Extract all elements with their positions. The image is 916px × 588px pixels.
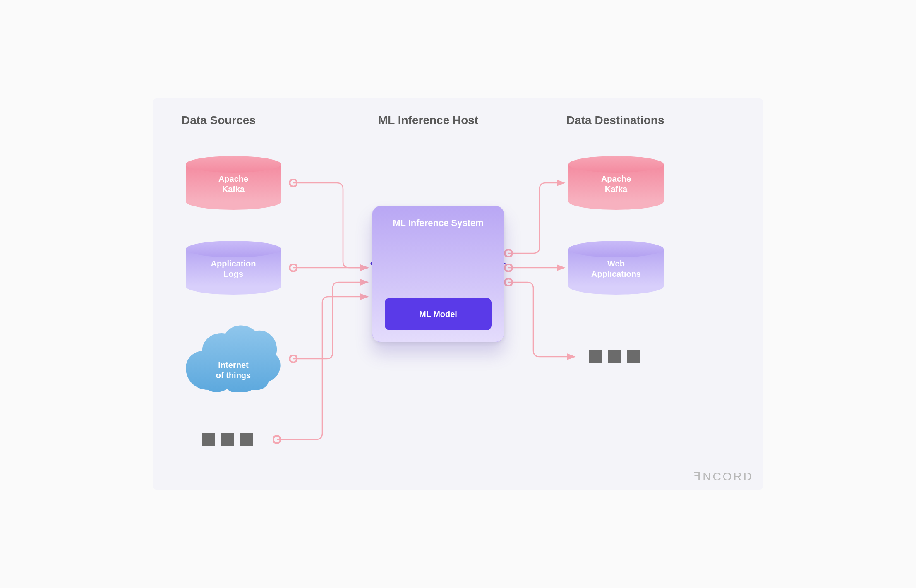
dot-icon bbox=[221, 433, 234, 446]
dot-icon bbox=[589, 350, 602, 363]
connector-more-to-host bbox=[277, 297, 368, 439]
cylinder-top bbox=[568, 241, 664, 257]
cloud-icon bbox=[186, 324, 281, 392]
heading-destinations: Data Destinations bbox=[566, 114, 664, 127]
host-box-title: ML Inference System bbox=[372, 218, 504, 228]
dot-icon bbox=[240, 433, 253, 446]
ml-model-box: ML Model bbox=[385, 298, 492, 330]
connector-iot-to-host bbox=[293, 282, 368, 359]
diagram-canvas: Data Sources ML Inference Host Data Dest… bbox=[153, 98, 763, 490]
connector-kafka-to-host bbox=[293, 183, 368, 268]
destinations-more-icon bbox=[589, 350, 640, 363]
dot-icon bbox=[608, 350, 621, 363]
destination-web-applications: Web Applications bbox=[568, 241, 664, 295]
destination-web-label: Web Applications bbox=[568, 259, 664, 279]
ml-inference-system-box: ML Inference System ML Model bbox=[372, 206, 504, 342]
heading-sources: Data Sources bbox=[182, 114, 256, 127]
source-iot-label: Internet of things bbox=[186, 360, 281, 381]
dot-icon bbox=[627, 350, 640, 363]
cylinder-top bbox=[186, 241, 281, 257]
source-kafka-label: Apache Kafka bbox=[186, 174, 281, 194]
heading-host: ML Inference Host bbox=[378, 114, 478, 127]
source-application-logs: Application Logs bbox=[186, 241, 281, 295]
cylinder-top bbox=[568, 156, 664, 173]
destination-kafka-label: Apache Kafka bbox=[568, 174, 664, 194]
connector-host-to-more bbox=[508, 282, 575, 357]
dot-icon bbox=[202, 433, 215, 446]
source-logs-label: Application Logs bbox=[186, 259, 281, 279]
connector-host-to-kafka bbox=[508, 183, 564, 253]
source-kafka: Apache Kafka bbox=[186, 156, 281, 210]
source-iot-cloud: Internet of things bbox=[186, 324, 281, 394]
encord-logo: ƎNCORD bbox=[693, 470, 753, 483]
sources-more-icon bbox=[202, 433, 253, 446]
cylinder-top bbox=[186, 156, 281, 173]
destination-kafka: Apache Kafka bbox=[568, 156, 664, 210]
